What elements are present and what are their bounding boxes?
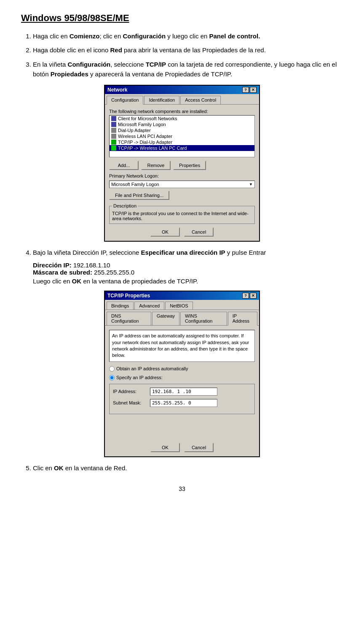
tcpip-dialup-icon [111,140,116,145]
file-print-button[interactable]: File and Print Sharing... [109,191,169,200]
subnet-field-label: Subnet Mask: [113,400,147,405]
tab-identification[interactable]: Identification [144,96,179,104]
tcpip-body: An IP address can be automatically assig… [105,326,259,456]
tcpip-cancel-button[interactable]: Cancel [184,443,214,452]
radio-auto[interactable] [109,366,115,372]
subnet-detail: Máscara de subred: 255.255.255.0 [33,269,343,276]
step-3-text: En la viñeta Configuración, seleccione T… [33,61,337,78]
list-item: Dial-Up Adapter [110,127,254,133]
tcpip-info-box: An IP address can be automatically assig… [109,330,255,362]
close-button[interactable]: ✕ [250,87,257,93]
list-item: Wireless LAN PCI Adapter [110,133,254,139]
dialup-icon [111,128,116,133]
subnet-label: Máscara de subred: [33,269,92,276]
step-3: En la viñeta Configuración, seleccione T… [33,59,343,79]
description-text: TCP/IP is the protocol you use to connec… [112,211,249,221]
tab-bindings[interactable]: Bindings [107,302,134,310]
network-components-list[interactable]: Client for Microsoft Networks Microsoft … [109,115,255,157]
tab-netbios[interactable]: NetBIOS [165,302,193,310]
primary-logon-select-row: Microsoft Family Logon ▼ [109,181,255,188]
radio1-label: Obtain an IP address automatically [116,366,188,371]
network-ok-cancel: OK Cancel [109,227,255,237]
step-1-comienzo: Comienzo [70,32,100,40]
network-ok-button[interactable]: OK [150,227,180,237]
tcpip-tabs-row1: Bindings Advanced NetBIOS [105,300,259,310]
network-dialog: Network ? ✕ Configuration Identification… [104,85,260,242]
subnet-field-row: Subnet Mask: 255.255.255. 0 [113,399,251,407]
list-item: Microsoft Family Logon [110,121,254,127]
client-icon [111,116,116,121]
network-tabs: Configuration Identification Access Cont… [105,94,259,105]
step-2-red: Red [110,46,122,54]
network-dialog-title: Network [107,87,127,93]
primary-logon-label: Primary Network Logon: [109,173,159,178]
primary-logon-select[interactable]: Microsoft Family Logon ▼ [109,181,255,188]
tab-advanced[interactable]: Advanced [134,302,164,310]
step-3-tcpip: TCP/IP [146,61,166,68]
tab-ip-address[interactable]: IP Address [228,312,257,326]
radio-specify[interactable] [109,375,115,380]
step-4-text: Bajo la viñeta Dirección IP, seleccione … [33,249,266,256]
step-4: Bajo la viñeta Dirección IP, seleccione … [33,248,343,257]
ip-field-label: IP Address: [113,389,147,394]
tab-gateway[interactable]: Gateway [152,312,179,325]
description-box: Description TCP/IP is the protocol you u… [109,203,255,224]
radio2-label: Specify an IP address: [116,375,163,380]
list-item-label: TCP/IP -> Dial-Up Adapter [118,140,172,145]
page-title: Windows 95/98/98SE/ME [21,13,343,24]
ip-value: 192.168.1.10 [73,261,110,269]
subnet-value: 255.255.255.0 [94,269,134,276]
help-button[interactable]: ? [242,87,249,93]
tcpip-close-button[interactable]: ✕ [250,293,257,299]
subnet-field-input[interactable]: 255.255.255. 0 [150,399,217,407]
tcpip-dialog: TCP/IP Properties ? ✕ Bindings Advanced … [104,291,260,457]
ip-label: Dirección IP: [33,261,72,269]
primary-logon-row: Primary Network Logon: [109,173,255,178]
tcpip-wireless-icon [111,146,116,151]
list-item-label: Wireless LAN PCI Adapter [118,134,172,139]
tcpip-title: TCP/IP Properties [107,293,150,299]
add-button[interactable]: Add... [109,161,139,170]
step5-list: Clic en OK en la ventana de Red. [33,463,343,473]
tab-configuration[interactable]: Configuration [107,96,143,105]
list-item: TCP/IP -> Dial-Up Adapter [110,139,254,145]
tcpip-ok-button[interactable]: OK [150,443,180,452]
step-3-propiedades: Propiedades [51,70,88,78]
tcpip-dialog-container: TCP/IP Properties ? ✕ Bindings Advanced … [21,291,343,457]
network-dialog-body: The following network components are ins… [105,105,259,241]
step4-details: Dirección IP: 192.168.1.10 Máscara de su… [33,261,343,285]
tcpip-titlebar-buttons: ? ✕ [242,293,257,299]
ip-fields-box: IP Address: 192.168. 1 .10 Subnet Mask: … [109,384,255,414]
tab-dns-config[interactable]: DNS Configuration [107,312,151,325]
network-dialog-titlebar: Network ? ✕ [105,86,259,94]
tab-wins-config[interactable]: WINS Configuration [180,312,227,325]
network-action-buttons: Add... Remove Properties [109,161,255,170]
list-item-label: Client for Microsoft Networks [118,116,177,121]
tcpip-titlebar: TCP/IP Properties ? ✕ [105,291,259,300]
tcpip-help-button[interactable]: ? [242,293,249,299]
list-item-label: Dial-Up Adapter [118,128,151,133]
page-number: 33 [21,485,343,492]
click-ok-text: Luego clic en OK en la ventana de propie… [33,278,343,285]
file-print-row: File and Print Sharing... [109,191,255,200]
list-item: Client for Microsoft Networks [110,116,254,121]
ip-field-input[interactable]: 192.168. 1 .10 [150,388,217,396]
list-item-selected: TCP/IP -> Wireless LAN PC Card [110,145,254,151]
step-3-config: Configuración [68,61,111,68]
family-logon-icon [111,122,116,127]
step-1: Haga clic en Comienzo; clic en Configura… [33,31,343,41]
ip-field-row: IP Address: 192.168. 1 .10 [113,388,251,396]
remove-button[interactable]: Remove [141,161,171,170]
tcpip-spacer [109,414,255,439]
wireless-pci-icon [111,134,116,139]
step-5-ok: OK [54,464,64,472]
tab-access-control[interactable]: Access Control [180,96,221,104]
step-5: Clic en OK en la ventana de Red. [33,463,343,473]
step-1-text: Haga clic en Comienzo; clic en Configura… [33,32,260,40]
step-4-specify: Especificar una dirección IP [141,249,225,256]
list-item-label: TCP/IP -> Wireless LAN PC Card [118,146,187,151]
ok-bold: OK [72,278,82,285]
step-2-text: Haga doble clic en el icono Red para abr… [33,46,266,54]
network-cancel-button[interactable]: Cancel [184,227,214,237]
properties-button[interactable]: Properties [173,161,206,170]
